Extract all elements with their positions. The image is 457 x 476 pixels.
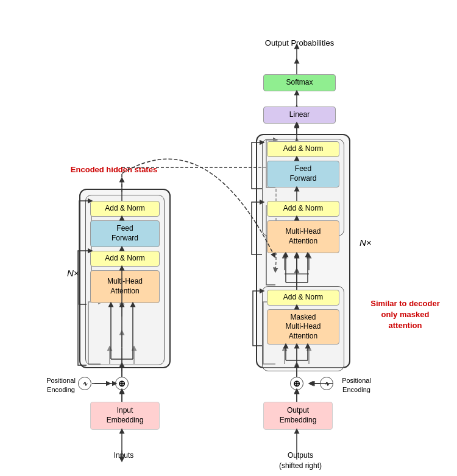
decoder-positional-wave: ∿ [320, 377, 333, 390]
encoder-positional-label: Positional Encoding [46, 376, 76, 395]
decoder-masked-mha: Masked Multi-Head Attention [267, 309, 339, 345]
softmax-box: Softmax [263, 74, 336, 91]
linear-box: Linear [263, 107, 336, 124]
decoder-add-norm-ff: Add & Norm [267, 141, 339, 157]
decoder-multi-head-attention: Multi-Head Attention [267, 220, 339, 253]
decoder-feed-forward: Feed Forward [267, 161, 339, 187]
output-probs-label: Output Probabilities [263, 38, 336, 49]
outputs-label: Outputs (shifted right) [276, 450, 325, 471]
decoder-nx-label: N× [360, 237, 372, 248]
decoder-add-norm-mha: Add & Norm [267, 201, 339, 217]
encoder-feed-forward: Feed Forward [90, 220, 160, 247]
encoder-add-norm-ff: Add & Norm [90, 201, 160, 217]
inputs-label: Inputs [102, 450, 145, 461]
similar-decoder-label: Similar to decoder only masked attention [366, 298, 445, 332]
encoder-multi-head-attention: Multi-Head Attention [90, 270, 160, 303]
encoder-plus-circle: ⊕ [115, 377, 129, 390]
decoder-add-norm-masked: Add & Norm [267, 290, 339, 306]
output-embedding: Output Embedding [263, 402, 333, 430]
encoder-add-norm-mha: Add & Norm [90, 251, 160, 267]
decoder-positional-label: Positional Encoding [338, 376, 375, 395]
encoder-nx-label: N× [67, 268, 79, 278]
encoder-positional-wave: ∿ [78, 377, 91, 390]
encoded-hidden-states-label: Encoded hidden states [68, 164, 160, 175]
decoder-plus-circle: ⊕ [290, 377, 303, 390]
input-embedding: Input Embedding [90, 402, 160, 430]
